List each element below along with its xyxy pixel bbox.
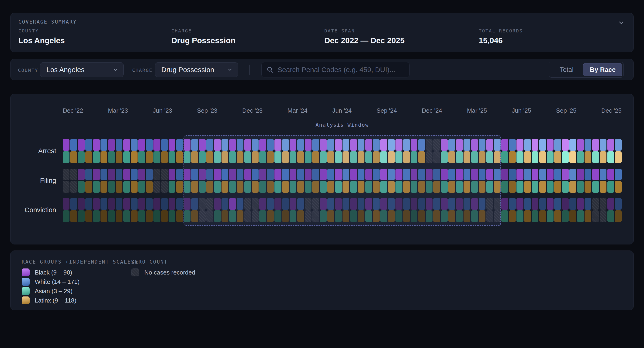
heatmap-cell[interactable] bbox=[464, 210, 470, 222]
heatmap-cell[interactable] bbox=[479, 152, 486, 163]
heatmap-cell[interactable] bbox=[615, 152, 622, 163]
heatmap-cell[interactable] bbox=[516, 139, 523, 151]
heatmap-cell[interactable] bbox=[608, 210, 614, 222]
charge-select[interactable]: Drug Possession bbox=[155, 62, 238, 77]
heatmap-cell[interactable] bbox=[592, 139, 599, 151]
heatmap-cell[interactable] bbox=[554, 169, 561, 180]
heatmap-cell[interactable] bbox=[282, 181, 289, 193]
heatmap-cell[interactable] bbox=[373, 169, 380, 180]
heatmap-cell[interactable] bbox=[252, 139, 258, 151]
heatmap-cell[interactable] bbox=[524, 181, 531, 193]
heatmap-cell[interactable] bbox=[108, 152, 115, 163]
heatmap-cell[interactable] bbox=[608, 152, 614, 163]
heatmap-cell[interactable] bbox=[426, 139, 432, 151]
heatmap-cell[interactable] bbox=[168, 210, 175, 222]
heatmap-cell[interactable] bbox=[229, 152, 236, 163]
heatmap-cell[interactable] bbox=[350, 169, 357, 180]
heatmap-cell[interactable] bbox=[259, 181, 266, 193]
heatmap-cell[interactable] bbox=[93, 210, 100, 222]
heatmap-cell[interactable] bbox=[396, 139, 402, 151]
heatmap-cell[interactable] bbox=[388, 139, 395, 151]
heatmap-cell[interactable] bbox=[131, 198, 138, 210]
heatmap-cell[interactable] bbox=[365, 210, 372, 222]
heatmap-cell[interactable] bbox=[524, 139, 531, 151]
heatmap-cell[interactable] bbox=[577, 198, 584, 210]
heatmap-cell[interactable] bbox=[305, 210, 312, 222]
heatmap-cell[interactable] bbox=[380, 181, 387, 193]
heatmap-cell[interactable] bbox=[516, 152, 523, 163]
heatmap-cell[interactable] bbox=[199, 152, 206, 163]
heatmap-cell[interactable] bbox=[501, 152, 508, 163]
heatmap-cell[interactable] bbox=[70, 181, 77, 193]
heatmap-cell[interactable] bbox=[554, 152, 561, 163]
heatmap-cell[interactable] bbox=[547, 152, 554, 163]
heatmap-cell[interactable] bbox=[70, 198, 77, 210]
heatmap-cell[interactable] bbox=[305, 169, 312, 180]
heatmap-cell[interactable] bbox=[138, 210, 145, 222]
collapse-chevron-icon[interactable] bbox=[618, 19, 625, 26]
heatmap-cell[interactable] bbox=[297, 169, 304, 180]
heatmap-cell[interactable] bbox=[479, 181, 486, 193]
heatmap-cell[interactable] bbox=[335, 181, 342, 193]
heatmap-cell[interactable] bbox=[259, 169, 266, 180]
heatmap-cell[interactable] bbox=[448, 169, 455, 180]
heatmap-cell[interactable] bbox=[267, 198, 274, 210]
heatmap-cell[interactable] bbox=[577, 181, 584, 193]
heatmap-cell[interactable] bbox=[342, 181, 349, 193]
heatmap-cell[interactable] bbox=[290, 169, 296, 180]
heatmap-cell[interactable] bbox=[547, 210, 554, 222]
heatmap-cell[interactable] bbox=[600, 181, 606, 193]
heatmap-cell[interactable] bbox=[312, 152, 319, 163]
heatmap-cell[interactable] bbox=[418, 152, 425, 163]
heatmap-cell[interactable] bbox=[464, 169, 470, 180]
heatmap-cell[interactable] bbox=[297, 198, 304, 210]
heatmap-cell[interactable] bbox=[539, 169, 546, 180]
heatmap-cell[interactable] bbox=[600, 169, 606, 180]
heatmap-cell[interactable] bbox=[274, 169, 281, 180]
heatmap-cell[interactable] bbox=[433, 210, 440, 222]
heatmap-cell[interactable] bbox=[267, 169, 274, 180]
heatmap-cell[interactable] bbox=[161, 152, 168, 163]
heatmap-cell[interactable] bbox=[486, 169, 493, 180]
heatmap-cell[interactable] bbox=[123, 198, 130, 210]
heatmap-cell[interactable] bbox=[312, 210, 319, 222]
heatmap-cell[interactable] bbox=[282, 139, 289, 151]
heatmap-cell[interactable] bbox=[252, 169, 258, 180]
heatmap-cell[interactable] bbox=[154, 169, 160, 180]
heatmap-cell[interactable] bbox=[274, 198, 281, 210]
heatmap-cell[interactable] bbox=[524, 210, 531, 222]
heatmap-cell[interactable] bbox=[199, 181, 206, 193]
heatmap-cell[interactable] bbox=[479, 210, 486, 222]
heatmap-cell[interactable] bbox=[100, 139, 107, 151]
heatmap-cell[interactable] bbox=[570, 152, 576, 163]
heatmap-cell[interactable] bbox=[206, 139, 213, 151]
heatmap-cell[interactable] bbox=[456, 169, 463, 180]
heatmap-cell[interactable] bbox=[418, 210, 425, 222]
heatmap-cell[interactable] bbox=[509, 210, 516, 222]
heatmap-cell[interactable] bbox=[554, 198, 561, 210]
heatmap-cell[interactable] bbox=[554, 139, 561, 151]
heatmap-cell[interactable] bbox=[267, 139, 274, 151]
heatmap-cell[interactable] bbox=[562, 139, 569, 151]
heatmap-cell[interactable] bbox=[161, 181, 168, 193]
toggle-total-button[interactable]: Total bbox=[550, 63, 583, 76]
heatmap-cell[interactable] bbox=[358, 181, 364, 193]
heatmap-cell[interactable] bbox=[320, 169, 327, 180]
heatmap-cell[interactable] bbox=[592, 210, 599, 222]
heatmap-cell[interactable] bbox=[305, 152, 312, 163]
heatmap-cell[interactable] bbox=[410, 181, 417, 193]
heatmap-cell[interactable] bbox=[222, 169, 228, 180]
heatmap-cell[interactable] bbox=[274, 181, 281, 193]
heatmap-cell[interactable] bbox=[539, 198, 546, 210]
heatmap-cell[interactable] bbox=[305, 181, 312, 193]
heatmap-cell[interactable] bbox=[184, 169, 190, 180]
heatmap-cell[interactable] bbox=[335, 210, 342, 222]
heatmap-cell[interactable] bbox=[608, 139, 614, 151]
heatmap-cell[interactable] bbox=[108, 210, 115, 222]
heatmap-cell[interactable] bbox=[108, 198, 115, 210]
heatmap-cell[interactable] bbox=[282, 169, 289, 180]
heatmap-cell[interactable] bbox=[320, 198, 327, 210]
heatmap-cell[interactable] bbox=[93, 152, 100, 163]
heatmap-cell[interactable] bbox=[532, 210, 538, 222]
heatmap-cell[interactable] bbox=[532, 139, 538, 151]
